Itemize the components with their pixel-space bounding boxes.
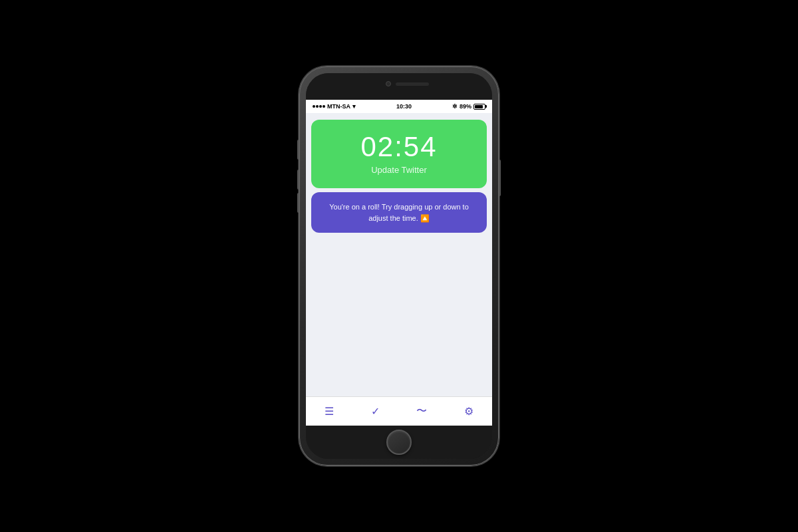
clock-time: 10:30	[396, 103, 412, 110]
wifi-icon: ▾	[352, 103, 356, 110]
phone-top-bar	[306, 73, 492, 100]
signal-dots	[313, 105, 325, 108]
check-icon: ✓	[371, 405, 380, 418]
tab-bar: ☰ ✓ 〜 ⚙	[306, 396, 492, 426]
timer-time-display: 02:54	[360, 133, 437, 161]
signal-dot-1	[313, 105, 315, 108]
home-button-area	[306, 426, 492, 459]
tab-stats[interactable]: 〜	[406, 399, 438, 424]
camera-dot	[386, 81, 391, 86]
tooltip-card: You're on a roll! Try dragging up or dow…	[311, 192, 487, 233]
status-left: MTN-SA ▾	[313, 103, 356, 110]
status-right: ✲ 89%	[452, 103, 485, 110]
battery-body	[473, 104, 485, 110]
phone-device: MTN-SA ▾ 10:30 ✲ 89% 0	[299, 66, 499, 466]
bluetooth-icon: ✲	[452, 103, 458, 110]
screen: MTN-SA ▾ 10:30 ✲ 89% 0	[306, 100, 492, 426]
timer-task-label: Update Twitter	[371, 165, 427, 175]
home-button[interactable]	[386, 430, 412, 455]
battery-percent: 89%	[460, 103, 471, 110]
tab-list[interactable]: ☰	[314, 400, 344, 423]
signal-dot-4	[323, 105, 325, 108]
tab-settings[interactable]: ⚙	[454, 400, 484, 423]
battery-fill	[475, 105, 483, 108]
main-content-area	[306, 233, 492, 396]
battery-indicator	[473, 104, 485, 110]
timer-card[interactable]: 02:54 Update Twitter	[311, 120, 487, 188]
signal-dot-3	[319, 105, 322, 108]
stats-icon: 〜	[416, 404, 427, 418]
list-icon: ☰	[325, 405, 334, 418]
status-center: 10:30	[396, 103, 412, 110]
speaker-grille	[396, 82, 429, 86]
tooltip-message: You're on a roll! Try dragging up or dow…	[322, 201, 476, 223]
phone-screen-area: MTN-SA ▾ 10:30 ✲ 89% 0	[306, 73, 492, 459]
signal-dot-2	[316, 105, 319, 108]
tab-check[interactable]: ✓	[360, 400, 390, 423]
status-bar: MTN-SA ▾ 10:30 ✲ 89%	[306, 100, 492, 113]
carrier-name: MTN-SA	[327, 103, 350, 110]
settings-icon: ⚙	[464, 405, 473, 418]
